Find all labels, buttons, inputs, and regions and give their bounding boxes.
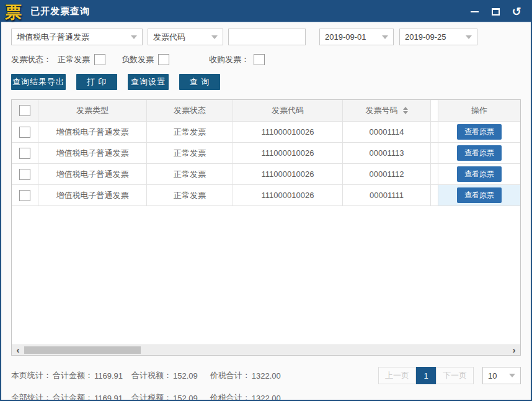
page-amount-label: 合计金额： [53, 370, 93, 381]
cell-invoice-status: 正常发票 [147, 143, 233, 163]
chevron-down-icon [382, 35, 388, 39]
row-checkbox[interactable] [19, 190, 30, 201]
row-spacer-cell [431, 164, 438, 184]
view-original-invoice-button[interactable]: 查看原票 [457, 166, 502, 182]
table-empty-area [12, 206, 520, 345]
view-original-invoice-button[interactable]: 查看原票 [457, 145, 502, 161]
cell-invoice-code: 111000010026 [233, 185, 343, 205]
page-stats-row: 本页统计： 合计金额： 1169.91 合计税额： 152.09 价税合计： 1… [11, 367, 521, 384]
page-size-select[interactable]: 10 [482, 367, 521, 384]
cell-action: 查看原票 [438, 143, 520, 163]
row-checkbox[interactable] [19, 169, 30, 180]
page-stats-scope: 本页统计： [11, 370, 51, 381]
chevron-down-icon [509, 374, 515, 377]
select-all-checkbox[interactable] [19, 105, 30, 116]
query-settings-button[interactable]: 查询设置 [128, 74, 169, 90]
page-tax-label: 合计税额： [131, 370, 172, 381]
pagination: 上一页 1 下一页 10 [378, 367, 521, 384]
app-logo-icon: 票 [5, 3, 22, 22]
row-spacer-cell [431, 185, 438, 205]
table-row: 增值税电子普通发票 正常发票 111000010026 00001111 查看原… [12, 185, 520, 206]
export-results-button[interactable]: 查询结果导出 [11, 74, 66, 90]
scroll-left-icon[interactable]: ‹ [13, 345, 23, 355]
minimize-icon [471, 11, 479, 12]
table-row: 增值税电子普通发票 正常发票 111000010026 00001112 查看原… [12, 164, 520, 185]
purchase-invoice-option: 收购发票： [209, 54, 265, 65]
cell-invoice-status: 正常发票 [147, 122, 233, 142]
keyword-input[interactable] [234, 32, 300, 42]
window-title: 已开发票查询 [30, 6, 90, 17]
toolbar: 查询结果导出 打 印 查询设置 查 询 [11, 74, 521, 90]
header-invoice-type: 发票类型 [38, 100, 147, 121]
table-header-row: 发票类型 发票状态 发票代码 发票号码 操作 [12, 100, 520, 122]
cell-invoice-code: 111000010026 [233, 164, 343, 184]
normal-invoice-checkbox[interactable] [94, 54, 105, 65]
table-row: 增值税电子普通发票 正常发票 111000010026 00001114 查看原… [12, 122, 520, 143]
chevron-down-icon [466, 35, 472, 39]
titlebar: 票 已开发票查询 ↺ [1, 1, 531, 22]
purchase-invoice-checkbox[interactable] [254, 54, 265, 65]
start-date-picker[interactable]: 2019-09-01 [319, 29, 394, 45]
page-amount-value: 1169.91 [94, 371, 123, 381]
content-area: 增值税电子普通发票 发票代码 2019-09-01 2019-09-25 发票状… [1, 22, 531, 401]
cell-action: 查看原票 [438, 164, 520, 184]
header-invoice-number[interactable]: 发票号码 [343, 100, 431, 121]
all-tax-value: 152.09 [173, 394, 198, 401]
invoice-type-select[interactable]: 增值税电子普通发票 [11, 29, 143, 45]
page-tax-value: 152.09 [173, 371, 198, 381]
row-checkbox-cell [12, 164, 38, 184]
normal-invoice-label: 正常发票 [58, 54, 90, 65]
row-checkbox-cell [12, 185, 38, 205]
row-checkbox[interactable] [19, 148, 30, 159]
filter-row: 增值税电子普通发票 发票代码 2019-09-01 2019-09-25 [11, 29, 521, 45]
print-button[interactable]: 打 印 [76, 74, 117, 90]
all-amount-label: 合计金额： [53, 392, 93, 401]
next-page-button[interactable]: 下一页 [436, 367, 474, 384]
all-stats-scope: 全部统计： [11, 392, 51, 401]
cell-invoice-code: 111000010026 [233, 122, 343, 142]
back-button[interactable]: ↺ [511, 6, 522, 17]
cell-invoice-type: 增值税电子普通发票 [38, 143, 147, 163]
row-spacer-cell [431, 143, 438, 163]
query-button[interactable]: 查 询 [179, 74, 220, 90]
cell-invoice-type: 增值税电子普通发票 [38, 164, 147, 184]
restore-icon [492, 8, 500, 16]
page-size-value: 10 [488, 371, 497, 381]
negative-invoice-label: 负数发票 [122, 54, 154, 65]
negative-invoice-option: 负数发票 [122, 54, 169, 65]
search-field-select[interactable]: 发票代码 [148, 29, 223, 45]
search-field-value: 发票代码 [153, 32, 185, 43]
app-window: 票 已开发票查询 ↺ 增值税电子普通发票 发票代码 2019-09-01 [0, 0, 532, 401]
row-checkbox-cell [12, 143, 38, 163]
all-amount-value: 1169.91 [94, 394, 123, 401]
row-checkbox[interactable] [19, 127, 30, 138]
all-total-value: 1322.00 [252, 394, 281, 401]
invoice-table: 发票类型 发票状态 发票代码 发票号码 操作 增值税电子普通发票 正常发票 11… [11, 99, 521, 356]
chevron-down-icon [131, 35, 137, 39]
cell-invoice-status: 正常发票 [147, 164, 233, 184]
cell-action: 查看原票 [438, 122, 520, 142]
window-controls: ↺ [469, 6, 522, 17]
prev-page-button[interactable]: 上一页 [378, 367, 416, 384]
end-date-picker[interactable]: 2019-09-25 [399, 29, 477, 45]
header-spacer-cell [431, 100, 438, 121]
sort-icon[interactable] [403, 107, 408, 114]
negative-invoice-checkbox[interactable] [158, 54, 169, 65]
cell-invoice-number: 00001112 [343, 164, 431, 184]
invoice-type-value: 增值税电子普通发票 [17, 32, 89, 43]
row-spacer-cell [431, 122, 438, 142]
keyword-input-wrap [228, 29, 306, 45]
horizontal-scrollbar[interactable]: ‹ › [12, 345, 520, 355]
restore-button[interactable] [490, 6, 501, 17]
all-total-label: 价税合计： [210, 392, 250, 401]
cell-invoice-code: 111000010026 [233, 143, 343, 163]
view-original-invoice-button[interactable]: 查看原票 [457, 187, 502, 203]
cell-invoice-type: 增值税电子普通发票 [38, 122, 147, 142]
scrollbar-thumb[interactable] [24, 346, 141, 354]
current-page-button[interactable]: 1 [416, 367, 436, 384]
cell-invoice-number: 00001114 [343, 122, 431, 142]
scroll-right-icon[interactable]: › [509, 345, 519, 355]
view-original-invoice-button[interactable]: 查看原票 [457, 124, 502, 140]
minimize-button[interactable] [469, 6, 480, 17]
cell-invoice-status: 正常发票 [147, 185, 233, 205]
